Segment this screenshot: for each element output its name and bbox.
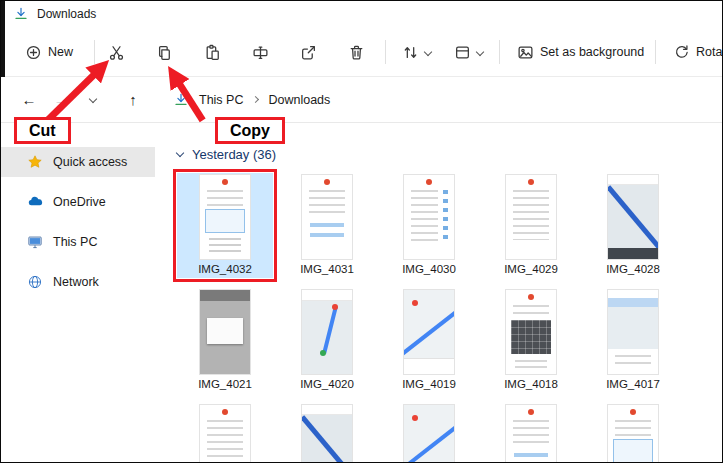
- sidebar-item-quick-access[interactable]: Quick access: [1, 147, 155, 177]
- file-thumbnail: [301, 404, 353, 463]
- file-thumbnail: [403, 289, 455, 375]
- copy-pages-icon: [156, 44, 173, 61]
- toolbar-divider: [94, 40, 95, 64]
- scissors-icon: [108, 44, 125, 61]
- file-name: IMG_4019: [402, 377, 456, 392]
- file-item-img-4018[interactable]: IMG_4018: [483, 288, 579, 393]
- file-name: IMG_4018: [504, 377, 558, 392]
- view-button[interactable]: [443, 34, 493, 70]
- computer-icon: [27, 234, 43, 250]
- plus-icon: [25, 44, 42, 61]
- forward-arrow-icon: →: [54, 91, 69, 108]
- sidebar-item-label: Network: [53, 275, 99, 289]
- breadcrumb-separator-icon: [252, 96, 259, 103]
- sidebar-item-label: OneDrive: [53, 195, 106, 209]
- command-toolbar: New: [1, 27, 722, 77]
- file-thumbnail: [403, 174, 455, 260]
- copy-button[interactable]: [145, 34, 183, 70]
- rename-icon: [252, 44, 269, 61]
- file-thumbnail: [505, 289, 557, 375]
- file-item-img-4030[interactable]: IMG_4030: [381, 173, 477, 278]
- rotate-button[interactable]: Rotat: [665, 34, 723, 70]
- file-thumbnail: [199, 174, 251, 260]
- chevron-down-icon: [475, 48, 483, 56]
- title-bar: Downloads: [1, 1, 722, 27]
- file-name: IMG_4020: [300, 377, 354, 392]
- file-name: IMG_4021: [198, 377, 252, 392]
- file-item-img-4019[interactable]: IMG_4019: [381, 288, 477, 393]
- file-item-img-4020[interactable]: IMG_4020: [279, 288, 375, 393]
- sidebar-item-onedrive[interactable]: OneDrive: [1, 187, 155, 217]
- delete-button[interactable]: [337, 34, 375, 70]
- downloads-folder-icon: [173, 92, 189, 108]
- file-explorer-window: Downloads New: [0, 0, 723, 463]
- sort-button[interactable]: [391, 34, 441, 70]
- address-bar[interactable]: This PC Downloads: [163, 84, 463, 116]
- paste-button[interactable]: [193, 34, 231, 70]
- share-icon: [300, 44, 317, 61]
- file-item[interactable]: [483, 403, 579, 463]
- set-as-background-button[interactable]: Set as background: [507, 34, 654, 70]
- trash-icon: [348, 44, 365, 61]
- rotate-button-label: Rotat: [696, 45, 723, 59]
- file-item[interactable]: [585, 403, 681, 463]
- breadcrumb-this-pc[interactable]: This PC: [197, 91, 245, 109]
- new-button[interactable]: New: [15, 34, 83, 70]
- forward-button[interactable]: →: [47, 86, 75, 114]
- file-thumbnail: [505, 404, 557, 463]
- star-icon: [27, 154, 43, 170]
- rotate-left-icon: [673, 44, 690, 61]
- up-button[interactable]: ↑: [119, 86, 147, 114]
- file-item-img-4017[interactable]: IMG_4017: [585, 288, 681, 393]
- chevron-down-icon: [89, 94, 97, 102]
- file-thumbnail: [505, 174, 557, 260]
- new-button-label: New: [48, 45, 73, 59]
- files-pane: Yesterday (36) IMG_4032 IMG_4031 IMG_403…: [155, 123, 722, 463]
- file-name: IMG_4017: [606, 377, 660, 392]
- share-button[interactable]: [289, 34, 327, 70]
- file-name: IMG_4030: [402, 262, 456, 277]
- copy-annotation-label: Copy: [215, 117, 285, 144]
- toolbar-divider: [655, 40, 656, 64]
- cut-button[interactable]: [97, 34, 135, 70]
- window-edge: [1, 1, 5, 77]
- rename-button[interactable]: [241, 34, 279, 70]
- file-item[interactable]: [279, 403, 375, 463]
- sidebar-item-network[interactable]: Network: [1, 267, 155, 297]
- up-arrow-icon: ↑: [129, 91, 137, 108]
- file-item-img-4029[interactable]: IMG_4029: [483, 173, 579, 278]
- chevron-down-icon: [176, 148, 184, 156]
- file-thumbnail: [199, 289, 251, 375]
- file-thumbnail: [199, 404, 251, 463]
- file-item[interactable]: [381, 403, 477, 463]
- group-header-yesterday[interactable]: Yesterday (36): [177, 145, 722, 163]
- network-globe-icon: [27, 274, 43, 290]
- image-icon: [517, 44, 534, 61]
- file-item-img-4028[interactable]: IMG_4028: [585, 173, 681, 278]
- navigation-bar: ← → ↑ This PC Downloads: [1, 77, 722, 123]
- sort-arrows-icon: [402, 44, 419, 61]
- file-item-img-4032[interactable]: IMG_4032: [177, 173, 273, 278]
- file-name: IMG_4028: [606, 262, 660, 277]
- sidebar-item-this-pc[interactable]: This PC: [1, 227, 155, 257]
- sidebar-item-label: This PC: [53, 235, 97, 249]
- toolbar-divider: [385, 40, 386, 64]
- file-thumbnail: [301, 174, 353, 260]
- file-name: IMG_4029: [504, 262, 558, 277]
- file-item-img-4021[interactable]: IMG_4021: [177, 288, 273, 393]
- file-grid: IMG_4032 IMG_4031 IMG_4030 IMG_4029 IMG_…: [177, 173, 722, 463]
- window-title: Downloads: [37, 7, 96, 21]
- recent-locations-button[interactable]: [79, 86, 107, 114]
- breadcrumb-downloads[interactable]: Downloads: [266, 91, 332, 109]
- file-thumbnail: [301, 289, 353, 375]
- file-item-img-4031[interactable]: IMG_4031: [279, 173, 375, 278]
- file-item[interactable]: [177, 403, 273, 463]
- back-button[interactable]: ←: [15, 86, 43, 114]
- cut-annotation-label: Cut: [14, 117, 71, 144]
- set-as-background-label: Set as background: [540, 45, 644, 59]
- back-arrow-icon: ←: [22, 91, 37, 108]
- file-name: IMG_4031: [300, 262, 354, 277]
- toolbar-divider: [499, 40, 500, 64]
- chevron-down-icon: [423, 48, 431, 56]
- file-thumbnail: [607, 404, 659, 463]
